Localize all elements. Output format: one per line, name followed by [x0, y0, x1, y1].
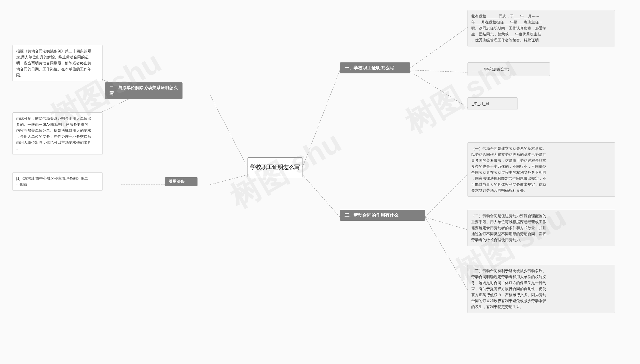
law-content: [1]《双鸭山市中心城区停车管理条例》第二 十四条 [13, 172, 103, 191]
center-node: 学校职工证明怎么写 [248, 157, 303, 177]
svg-line-11 [425, 217, 468, 230]
svg-line-12 [425, 217, 468, 290]
center-label: 学校职工证明怎么写 [250, 164, 300, 171]
law-label: 引用法条 [165, 177, 197, 186]
section3-content1: （一）劳动合同是建立劳动关系的基本形式。 以劳动合同作为建立劳动关系的基本形势是… [468, 142, 615, 197]
svg-line-0 [303, 70, 340, 167]
section2-content2: 由此可见，解除劳动关系证明是由用人单位出 具的。一般由一张A4纸写明上述法条要求… [13, 112, 103, 155]
section1-header: 一、学校职工证明怎么写 [340, 62, 410, 74]
svg-line-9 [303, 175, 340, 217]
section3-content2: （二）劳动合同是促进劳动力资源合理配置的 重要手段。用人单位可以根据深感经营或工… [468, 210, 615, 246]
svg-line-10 [425, 175, 468, 217]
section3-content3: （三）劳动合同有利于避免或减少劳动争议。 劳动合同明确规定劳动者和用人单位的权利… [468, 265, 615, 313]
section1-content2: ______学校(加盖公章) [468, 62, 550, 76]
svg-line-7 [210, 175, 248, 185]
svg-line-1 [407, 28, 468, 70]
section2-content1: 根据《劳动合同法实施条例》第二十四条的规 定,用人单位出具的解除、终止劳动合同的… [13, 45, 103, 82]
section1-content3: _年_月_日 [468, 97, 518, 110]
section2-header: 二、与原单位解除劳动关系证明怎么写 [105, 82, 182, 99]
svg-line-2 [407, 70, 468, 72]
svg-line-4 [210, 95, 248, 167]
watermark-3: 树图 shu [398, 47, 524, 143]
section3-header: 三、劳动合同的作用有什么 [340, 210, 425, 221]
svg-line-3 [407, 70, 468, 107]
section1-content1: 兹有我校______同志，于___年__月------ 年___月在我校担任__… [468, 10, 615, 46]
